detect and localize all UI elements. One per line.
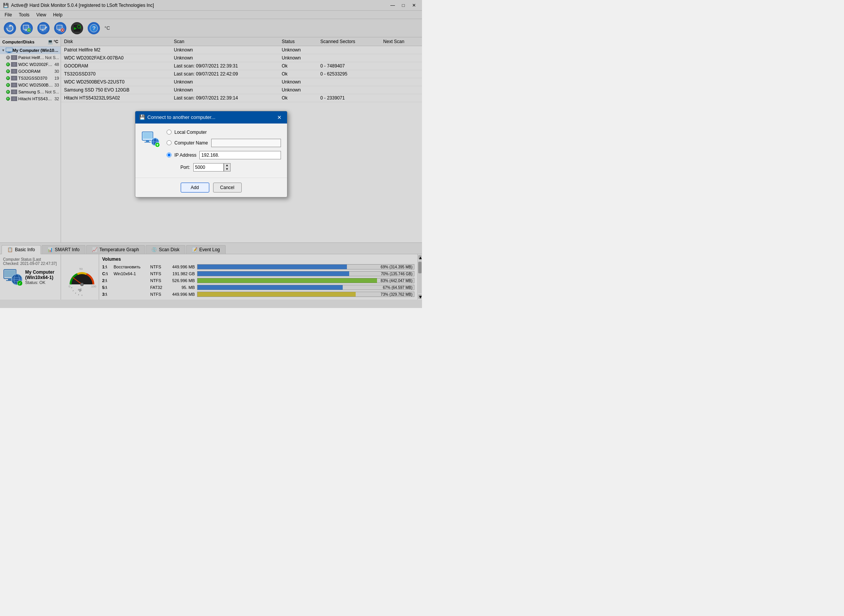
modal-overlay: 💾 Connect to another computer... ✕: [0, 0, 422, 308]
port-spin-down[interactable]: ▼: [224, 167, 230, 171]
port-row: Port: ▲ ▼: [167, 163, 281, 172]
computer-name-input[interactable]: [211, 139, 281, 147]
connect-computer-icon: [141, 130, 160, 148]
cancel-button[interactable]: Cancel: [213, 183, 242, 192]
modal-icon-area: [141, 130, 160, 172]
modal-close-button[interactable]: ✕: [276, 114, 283, 121]
radio-local-label[interactable]: Local Computer: [175, 130, 207, 135]
modal-title-area: 💾 Connect to another computer...: [139, 114, 216, 120]
port-spinner: ▲ ▼: [224, 163, 231, 172]
radio-local[interactable]: [167, 130, 172, 135]
modal-titlebar: 💾 Connect to another computer... ✕: [135, 111, 287, 124]
radio-row-name: Computer Name: [167, 139, 281, 147]
port-input[interactable]: [193, 163, 224, 172]
modal-title-icon: 💾: [139, 114, 145, 120]
radio-computer-name[interactable]: [167, 140, 172, 145]
ip-address-input[interactable]: [199, 151, 281, 159]
modal-form: Local Computer Computer Name IP Address …: [167, 130, 281, 172]
connect-modal: 💾 Connect to another computer... ✕: [135, 111, 287, 197]
port-label: Port:: [175, 165, 190, 170]
modal-title-label: Connect to another computer...: [148, 114, 216, 120]
add-button[interactable]: Add: [181, 183, 209, 192]
modal-footer: Add Cancel: [135, 178, 287, 197]
radio-ip-address[interactable]: [167, 152, 172, 157]
radio-row-ip: IP Address: [167, 151, 281, 159]
radio-row-local: Local Computer: [167, 130, 281, 135]
svg-rect-71: [144, 142, 151, 143]
radio-name-label[interactable]: Computer Name: [175, 140, 208, 146]
modal-content: Local Computer Computer Name IP Address …: [135, 124, 287, 178]
svg-rect-70: [146, 140, 149, 142]
port-input-group: ▲ ▼: [193, 163, 231, 172]
port-spin-up[interactable]: ▲: [224, 164, 230, 167]
radio-ip-label[interactable]: IP Address: [175, 152, 197, 158]
svg-rect-69: [143, 133, 152, 139]
